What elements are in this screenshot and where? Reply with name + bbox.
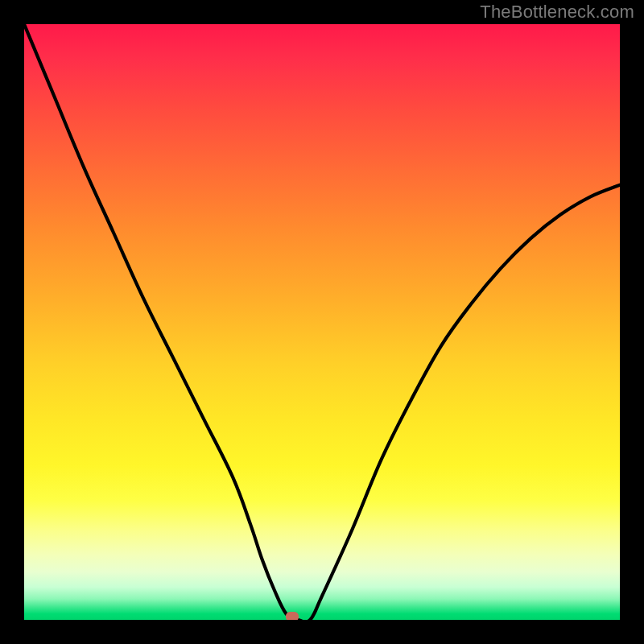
plot-area <box>24 24 620 620</box>
bottleneck-curve <box>24 24 620 620</box>
watermark-text: TheBottleneck.com <box>480 2 634 23</box>
chart-frame: TheBottleneck.com <box>0 0 644 644</box>
optimal-marker <box>286 612 299 620</box>
